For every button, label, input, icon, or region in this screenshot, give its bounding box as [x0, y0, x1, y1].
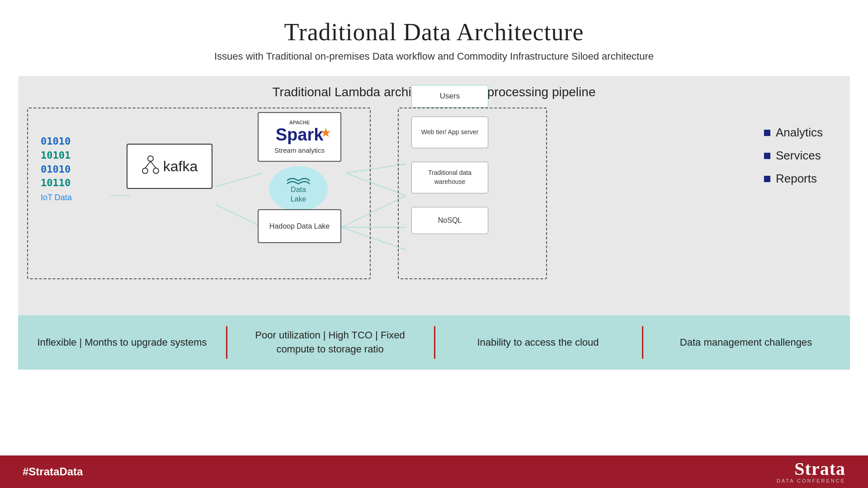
legend: Analytics Services Reports	[764, 126, 823, 195]
legend-dot-reports	[764, 176, 770, 182]
footer: #StrataData Strata DATA CONFERENCE	[0, 455, 868, 488]
footer-hashtag: #StrataData	[23, 465, 83, 478]
bottom-panel-4: Data management challenges	[642, 315, 850, 370]
bottom-panel-text-4: Data management challenges	[680, 336, 812, 350]
tdw-box: Traditional data warehouse	[411, 162, 488, 193]
svg-point-11	[153, 168, 159, 174]
svg-point-9	[148, 156, 153, 161]
diagram-container: Traditional Lambda architecture: Data pr…	[18, 76, 850, 315]
apache-label: APACHE	[259, 120, 340, 125]
bottom-panel-3: Inability to access the cloud	[434, 315, 642, 370]
kafka-label: kafka	[163, 158, 198, 175]
spark-box: ★ APACHE Spark Stream analytics	[258, 112, 341, 162]
legend-analytics: Analytics	[764, 126, 823, 140]
datalake-label: DataLake	[285, 174, 312, 204]
users-box: Users	[411, 85, 488, 108]
tdw-label: Traditional data warehouse	[412, 169, 488, 186]
iot-label: IoT Data	[41, 193, 72, 202]
svg-line-12	[145, 161, 151, 168]
webapp-label: Web tier/ App server	[421, 128, 479, 137]
bottom-panel-2: Poor utilization | High TCO | Fixed comp…	[226, 315, 434, 370]
footer-logo-strata: Strata	[794, 460, 845, 478]
svg-line-13	[151, 161, 156, 168]
datalake-circle: DataLake	[269, 166, 328, 211]
bottom-panel-text-1: Inflexible | Months to upgrade systems	[37, 336, 207, 350]
hadoop-box: Hadoop Data Lake	[258, 209, 341, 243]
legend-services: Services	[764, 149, 823, 163]
hadoop-label: Hadoop Data Lake	[269, 222, 330, 230]
bottom-panels: Inflexible | Months to upgrade systems P…	[18, 315, 850, 370]
footer-logo: Strata DATA CONFERENCE	[777, 460, 845, 483]
stream-analytics-label: Stream analytics	[274, 146, 325, 154]
nosql-box: NoSQL	[411, 207, 488, 234]
legend-label-services: Services	[776, 149, 821, 163]
bottom-panel-text-2: Poor utilization | High TCO | Fixed comp…	[235, 328, 425, 357]
users-label: Users	[440, 92, 460, 101]
bottom-panel-1: Inflexible | Months to upgrade systems	[18, 315, 226, 370]
nosql-label: NoSQL	[438, 216, 462, 225]
page-subtitle: Issues with Traditional on-premises Data…	[0, 51, 868, 62]
webapp-box: Web tier/ App server	[411, 117, 488, 148]
legend-label-reports: Reports	[776, 172, 817, 186]
kafka-icon	[142, 155, 160, 178]
legend-reports: Reports	[764, 172, 823, 186]
svg-point-10	[142, 168, 148, 174]
legend-dot-services	[764, 153, 770, 159]
kafka-box: kafka	[127, 144, 212, 189]
footer-logo-sub: DATA CONFERENCE	[777, 478, 845, 483]
bottom-panel-text-3: Inability to access the cloud	[477, 336, 599, 350]
legend-label-analytics: Analytics	[776, 126, 823, 140]
iot-data-block: 01010 10101 01010 10110 IoT Data	[41, 135, 72, 202]
page-title: Traditional Data Architecture	[0, 0, 868, 46]
legend-dot-analytics	[764, 130, 770, 136]
spark-star-icon: ★	[320, 125, 331, 140]
